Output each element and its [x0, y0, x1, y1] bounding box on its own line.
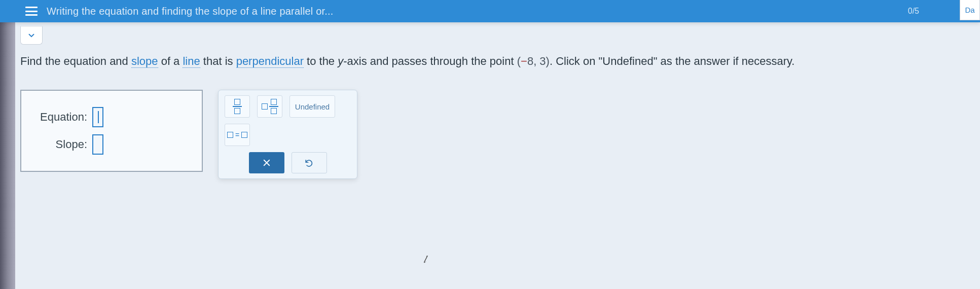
- undo-icon: [305, 158, 314, 167]
- equation-icon: =: [227, 131, 247, 139]
- glossary-term-line[interactable]: line: [183, 55, 200, 68]
- y-variable: y: [338, 55, 343, 67]
- question-fragment: Find the equation and: [20, 55, 131, 67]
- lesson-header: Writing the equation and finding the slo…: [0, 0, 980, 22]
- slope-label: Slope:: [37, 138, 87, 151]
- question-fragment: . Click on "Undefined" as the answer if …: [550, 55, 795, 67]
- chevron-down-icon: [27, 31, 36, 40]
- point-expression: (−8, 3): [517, 55, 550, 67]
- header-right-stub: Da: [960, 0, 980, 20]
- close-icon: [262, 158, 271, 167]
- collapse-toggle[interactable]: [20, 26, 43, 45]
- glossary-term-slope[interactable]: slope: [131, 55, 158, 68]
- stray-cursor-artifact: 𝑙: [423, 254, 426, 265]
- menu-button[interactable]: [25, 7, 38, 16]
- question-fragment: to the: [304, 55, 338, 67]
- question-text: Find the equation and slope of a line th…: [20, 53, 960, 69]
- equation-label: Equation:: [37, 111, 87, 124]
- mixed-number-button[interactable]: [257, 95, 282, 118]
- equation-input[interactable]: [92, 107, 103, 127]
- undefined-button[interactable]: Undefined: [289, 95, 335, 118]
- glossary-term-perpendicular[interactable]: perpendicular: [236, 55, 304, 68]
- progress-counter: 0/5: [908, 7, 919, 16]
- math-palette: Undefined =: [218, 90, 357, 179]
- lesson-title: Writing the equation and finding the slo…: [47, 6, 334, 17]
- question-fragment: of a: [158, 55, 183, 67]
- fraction-button[interactable]: [225, 95, 250, 118]
- question-fragment: that is: [200, 55, 236, 67]
- clear-button[interactable]: [249, 152, 284, 173]
- screen-edge-artifact: [0, 0, 15, 289]
- equation-template-button[interactable]: =: [225, 124, 250, 146]
- question-fragment: -axis and passes through the point: [343, 55, 517, 67]
- answer-panel: Equation: Slope:: [20, 90, 203, 172]
- fraction-icon: [233, 99, 242, 114]
- reset-button[interactable]: [292, 152, 327, 173]
- mixed-number-icon: [262, 99, 278, 114]
- slope-input[interactable]: [92, 134, 103, 155]
